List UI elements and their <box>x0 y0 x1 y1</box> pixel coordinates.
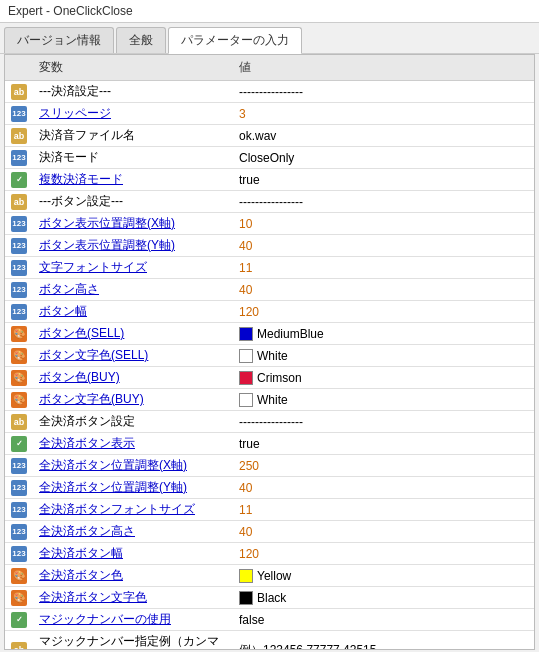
row-icon: 🎨 <box>5 323 33 345</box>
row-value: true <box>233 169 534 191</box>
row-icon: 123 <box>5 279 33 301</box>
row-value: 40 <box>233 235 534 257</box>
table-row: 123全決済ボタン高さ40 <box>5 521 534 543</box>
row-name: 全決済ボタン位置調整(X軸) <box>33 455 233 477</box>
row-value: 10 <box>233 213 534 235</box>
row-value: Yellow <box>233 565 534 587</box>
row-icon: ab <box>5 411 33 433</box>
row-icon: 123 <box>5 301 33 323</box>
row-name: 文字フォントサイズ <box>33 257 233 279</box>
row-name: ボタン文字色(SELL) <box>33 345 233 367</box>
table-row: ab---決済設定------------------- <box>5 81 534 103</box>
table-row: 123ボタン幅120 <box>5 301 534 323</box>
row-icon: ✓ <box>5 169 33 191</box>
row-icon: 🎨 <box>5 389 33 411</box>
table-row: 123ボタン表示位置調整(Y軸)40 <box>5 235 534 257</box>
row-icon: 123 <box>5 257 33 279</box>
table-row: 🎨ボタン文字色(BUY)White <box>5 389 534 411</box>
row-name: ボタン表示位置調整(Y軸) <box>33 235 233 257</box>
row-value: 120 <box>233 301 534 323</box>
params-table: 変数 値 ab---決済設定-------------------123スリッペ… <box>5 55 534 650</box>
row-name: 複数決済モード <box>33 169 233 191</box>
table-row: 🎨全決済ボタン文字色Black <box>5 587 534 609</box>
row-name: 全決済ボタン幅 <box>33 543 233 565</box>
row-name: ボタン色(SELL) <box>33 323 233 345</box>
row-name: 全決済ボタン表示 <box>33 433 233 455</box>
tab-version[interactable]: バージョン情報 <box>4 27 114 53</box>
table-row: 123全決済ボタン位置調整(X軸)250 <box>5 455 534 477</box>
table-row: ab決済音ファイル名ok.wav <box>5 125 534 147</box>
row-icon: 🎨 <box>5 565 33 587</box>
row-icon: 123 <box>5 521 33 543</box>
row-name: ボタン文字色(BUY) <box>33 389 233 411</box>
row-icon: 🎨 <box>5 367 33 389</box>
row-value: MediumBlue <box>233 323 534 345</box>
row-name: 全決済ボタン設定 <box>33 411 233 433</box>
row-value: 40 <box>233 477 534 499</box>
row-value: CloseOnly <box>233 147 534 169</box>
tab-bar: バージョン情報全般パラメーターの入力 <box>0 23 539 54</box>
row-value: 3 <box>233 103 534 125</box>
row-value: White <box>233 345 534 367</box>
table-row: ✓全決済ボタン表示true <box>5 433 534 455</box>
row-icon: ✓ <box>5 433 33 455</box>
row-name: ボタン幅 <box>33 301 233 323</box>
row-icon: 123 <box>5 103 33 125</box>
row-name: マジックナンバーの使用 <box>33 609 233 631</box>
row-icon: ab <box>5 81 33 103</box>
row-name: 全決済ボタン色 <box>33 565 233 587</box>
row-name: ボタン高さ <box>33 279 233 301</box>
tab-params[interactable]: パラメーターの入力 <box>168 27 302 54</box>
row-value: ---------------- <box>233 411 534 433</box>
row-name: スリッページ <box>33 103 233 125</box>
row-value: 120 <box>233 543 534 565</box>
row-icon: 123 <box>5 499 33 521</box>
col-header-value: 値 <box>233 55 534 81</box>
row-name: マジックナンバー指定例（カンマ区切り） <box>33 631 233 651</box>
table-row: 🎨全決済ボタン色Yellow <box>5 565 534 587</box>
row-value: 例）123456,77777,42515 <box>233 631 534 651</box>
tab-general[interactable]: 全般 <box>116 27 166 53</box>
col-header-name: 変数 <box>33 55 233 81</box>
row-value: 40 <box>233 279 534 301</box>
row-value: ---------------- <box>233 81 534 103</box>
row-icon: 123 <box>5 455 33 477</box>
table-row: 123全決済ボタン位置調整(Y軸)40 <box>5 477 534 499</box>
row-icon: 🎨 <box>5 345 33 367</box>
row-icon: 123 <box>5 477 33 499</box>
row-name: 全決済ボタン高さ <box>33 521 233 543</box>
table-row: 🎨ボタン文字色(SELL)White <box>5 345 534 367</box>
table-row: 123スリッページ3 <box>5 103 534 125</box>
row-value: White <box>233 389 534 411</box>
row-icon: ab <box>5 125 33 147</box>
row-value: ok.wav <box>233 125 534 147</box>
row-value: 11 <box>233 499 534 521</box>
title-text: Expert - OneClickClose <box>8 4 133 18</box>
row-name: 全決済ボタン文字色 <box>33 587 233 609</box>
table-row: ab---ボタン設定------------------- <box>5 191 534 213</box>
row-value: 40 <box>233 521 534 543</box>
table-row: 123全決済ボタンフォントサイズ11 <box>5 499 534 521</box>
row-name: 決済モード <box>33 147 233 169</box>
row-icon: 🎨 <box>5 587 33 609</box>
table-row: ✓マジックナンバーの使用false <box>5 609 534 631</box>
row-name: 全決済ボタンフォントサイズ <box>33 499 233 521</box>
row-name: ---決済設定--- <box>33 81 233 103</box>
row-value: Black <box>233 587 534 609</box>
row-icon: ab <box>5 631 33 651</box>
table-row: 🎨ボタン色(SELL)MediumBlue <box>5 323 534 345</box>
col-header-icon <box>5 55 33 81</box>
table-row: 123ボタン高さ40 <box>5 279 534 301</box>
row-icon: ✓ <box>5 609 33 631</box>
row-value: false <box>233 609 534 631</box>
table-row: 123決済モードCloseOnly <box>5 147 534 169</box>
row-icon: 123 <box>5 543 33 565</box>
row-value: ---------------- <box>233 191 534 213</box>
row-name: ボタン色(BUY) <box>33 367 233 389</box>
table-row: 123ボタン表示位置調整(X軸)10 <box>5 213 534 235</box>
row-value: Crimson <box>233 367 534 389</box>
row-name: 決済音ファイル名 <box>33 125 233 147</box>
row-value: 250 <box>233 455 534 477</box>
params-content: 変数 値 ab---決済設定-------------------123スリッペ… <box>4 54 535 650</box>
row-name: 全決済ボタン位置調整(Y軸) <box>33 477 233 499</box>
